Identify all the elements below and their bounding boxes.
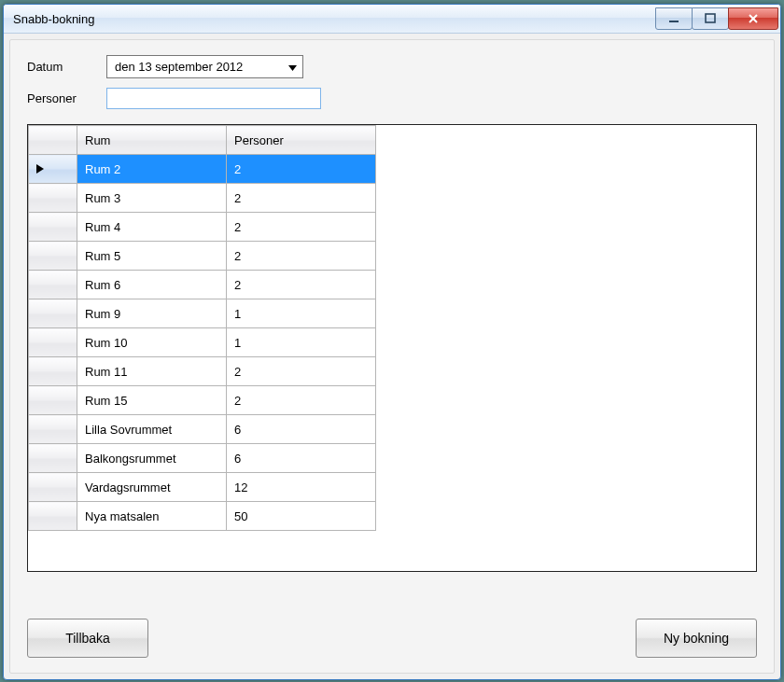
maximize-button[interactable] [692, 7, 729, 30]
svg-rect-0 [669, 21, 679, 22]
row-header-cell[interactable] [29, 155, 77, 184]
back-button[interactable]: Tillbaka [27, 619, 148, 658]
cell-room[interactable]: Rum 3 [77, 184, 227, 213]
table-row[interactable]: Rum 101 [29, 328, 376, 357]
table-row[interactable]: Rum 62 [29, 271, 376, 299]
titlebar[interactable]: Snabb-bokning [4, 5, 780, 34]
row-header-cell[interactable] [29, 242, 77, 271]
cell-room[interactable]: Rum 15 [77, 386, 227, 415]
row-header-cell[interactable] [29, 328, 77, 357]
table-row[interactable]: Lilla Sovrummet6 [29, 415, 376, 444]
svg-marker-4 [288, 65, 297, 71]
new-booking-button[interactable]: Ny bokning [636, 619, 757, 658]
row-header-cell[interactable] [29, 415, 77, 444]
cell-persons[interactable]: 50 [227, 502, 376, 531]
current-row-icon [36, 162, 44, 176]
cell-persons[interactable]: 2 [227, 357, 376, 386]
table-row[interactable]: Vardagsrummet12 [29, 473, 376, 502]
cell-persons[interactable]: 2 [227, 271, 376, 299]
close-icon [747, 13, 760, 24]
cell-persons[interactable]: 2 [227, 242, 376, 271]
cell-room[interactable]: Rum 2 [77, 155, 227, 184]
cell-room[interactable]: Balkongsrummet [77, 444, 227, 473]
cell-persons[interactable]: 2 [227, 213, 376, 242]
row-header-cell[interactable] [29, 386, 77, 415]
column-header-room[interactable]: Rum [77, 126, 227, 155]
table-row[interactable]: Rum 32 [29, 184, 376, 213]
cell-room[interactable]: Nya matsalen [77, 502, 227, 531]
window-title: Snabb-bokning [13, 12, 94, 26]
persons-label: Personer [27, 91, 106, 105]
column-header-persons[interactable]: Personer [227, 126, 376, 155]
cell-room[interactable]: Rum 10 [77, 328, 227, 357]
date-picker[interactable]: den 13 september 2012 [106, 55, 303, 78]
date-label: Datum [27, 60, 106, 74]
row-header-cell[interactable] [29, 357, 77, 386]
table-row[interactable]: Rum 52 [29, 242, 376, 271]
chevron-down-icon [288, 60, 297, 74]
row-header-cell[interactable] [29, 213, 77, 242]
cell-persons[interactable]: 2 [227, 184, 376, 213]
row-header-cell[interactable] [29, 184, 77, 213]
cell-room[interactable]: Vardagsrummet [77, 473, 227, 502]
window-controls [656, 8, 778, 29]
table-row[interactable]: Rum 91 [29, 299, 376, 328]
table-row[interactable]: Rum 112 [29, 357, 376, 386]
date-value: den 13 september 2012 [115, 60, 243, 74]
maximize-icon [705, 13, 716, 24]
date-row: Datum den 13 september 2012 [27, 55, 757, 78]
cell-room[interactable]: Rum 5 [77, 242, 227, 271]
close-button[interactable] [728, 7, 778, 30]
row-header-cell[interactable] [29, 473, 77, 502]
cell-room[interactable]: Rum 9 [77, 299, 227, 328]
cell-persons[interactable]: 12 [227, 473, 376, 502]
dialog-footer: Tillbaka Ny bokning [27, 605, 757, 658]
grid-header-row: Rum Personer [29, 126, 376, 155]
svg-rect-1 [706, 14, 715, 22]
table-row[interactable]: Balkongsrummet6 [29, 444, 376, 473]
client-area: Datum den 13 september 2012 Personer [9, 39, 775, 674]
svg-marker-5 [36, 164, 44, 174]
cell-persons[interactable]: 2 [227, 386, 376, 415]
grid-corner-cell[interactable] [29, 126, 77, 155]
row-header-cell[interactable] [29, 502, 77, 531]
cell-persons[interactable]: 1 [227, 299, 376, 328]
cell-persons[interactable]: 1 [227, 328, 376, 357]
persons-row: Personer [27, 88, 757, 109]
row-header-cell[interactable] [29, 444, 77, 473]
row-header-cell[interactable] [29, 271, 77, 299]
table-row[interactable]: Rum 152 [29, 386, 376, 415]
row-header-cell[interactable] [29, 299, 77, 328]
table-row[interactable]: Rum 22 [29, 155, 376, 184]
cell-persons[interactable]: 6 [227, 415, 376, 444]
cell-room[interactable]: Rum 4 [77, 213, 227, 242]
table-row[interactable]: Rum 42 [29, 213, 376, 242]
cell-persons[interactable]: 6 [227, 444, 376, 473]
cell-room[interactable]: Lilla Sovrummet [77, 415, 227, 444]
cell-room[interactable]: Rum 6 [77, 271, 227, 299]
minimize-icon [668, 13, 679, 24]
rooms-grid[interactable]: Rum Personer Rum 22Rum 32Rum 42Rum 52Rum… [27, 124, 757, 572]
minimize-button[interactable] [655, 7, 693, 30]
cell-room[interactable]: Rum 11 [77, 357, 227, 386]
dialog-window: Snabb-bokning Datum den 13 september 201… [3, 4, 781, 680]
table-row[interactable]: Nya matsalen50 [29, 502, 376, 531]
persons-input[interactable] [106, 88, 321, 109]
cell-persons[interactable]: 2 [227, 155, 376, 184]
